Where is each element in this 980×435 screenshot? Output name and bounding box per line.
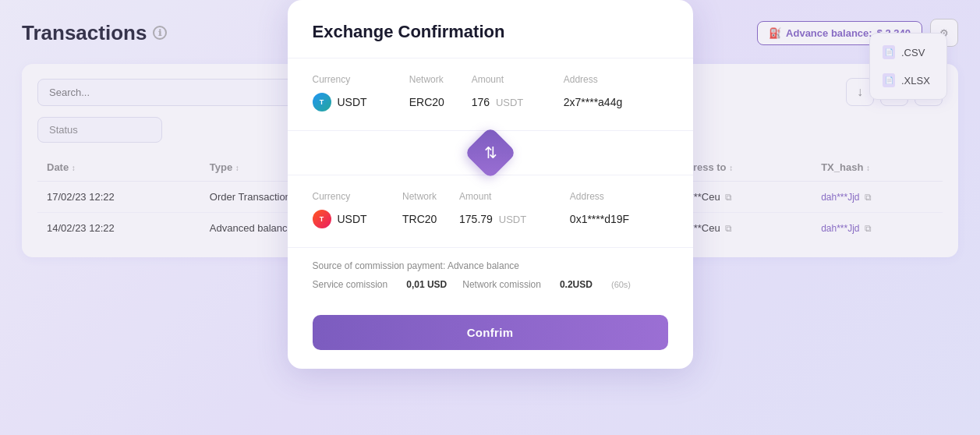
to-col-amount: Amount xyxy=(459,191,570,210)
col-currency: Currency xyxy=(313,74,409,93)
commission-row: Service comission 0,01 USD Network comis… xyxy=(313,279,668,290)
modal-title: Exchange Confirmation xyxy=(313,22,668,42)
to-currency-cell: T USDT xyxy=(313,210,402,232)
to-col-network: Network xyxy=(402,191,459,210)
exchange-diamond: ⇅ xyxy=(464,126,517,179)
from-table: Currency Network Amount Address T USDT xyxy=(313,74,668,115)
from-amount: 176 xyxy=(472,96,490,108)
commission-section: Source of commission payment: Advance ba… xyxy=(288,247,693,302)
commission-source-value: Advance balance xyxy=(448,260,519,271)
to-amount: 175.79 xyxy=(459,213,493,225)
from-amount-cell: 176 USDT xyxy=(472,93,564,115)
exchange-arrows-icon: ⇅ xyxy=(483,143,497,162)
usdt-to-icon: T xyxy=(313,210,331,228)
confirm-button[interactable]: Confrim xyxy=(313,315,668,350)
network-commission-value: 0.2USD xyxy=(560,279,593,290)
from-amount-unit: USDT xyxy=(496,97,523,108)
to-amount-unit: USDT xyxy=(499,214,526,225)
to-table: Currency Network Amount Address T USDT xyxy=(313,191,668,232)
network-commission-note: (60s) xyxy=(611,280,631,289)
to-network-cell: TRC20 xyxy=(402,210,459,232)
to-address-cell: 0x1****d19F xyxy=(570,210,668,232)
col-network: Network xyxy=(409,74,472,93)
commission-source: Source of commission payment: Advance ba… xyxy=(313,260,668,271)
from-currency-cell: T USDT xyxy=(313,93,409,115)
exchange-divider: ⇅ xyxy=(288,130,693,175)
col-amount: Amount xyxy=(472,74,564,93)
col-address: Address xyxy=(564,74,668,93)
to-col-address: Address xyxy=(570,191,668,210)
from-network-cell: ERC20 xyxy=(409,93,472,115)
network-commission-label: Network comission xyxy=(462,279,541,290)
to-amount-cell: 175.79 USDT xyxy=(459,210,570,232)
from-currency-name: USDT xyxy=(338,96,367,108)
confirm-section: Confrim xyxy=(288,302,693,369)
modal-header: Exchange Confirmation xyxy=(288,0,693,58)
commission-source-label: Source of commission payment: xyxy=(313,260,446,271)
modal-container: Exchange Confirmation Currency Network A… xyxy=(0,0,980,435)
to-col-currency: Currency xyxy=(313,191,402,210)
to-currency-name: USDT xyxy=(338,213,367,225)
exchange-confirmation-modal: Exchange Confirmation Currency Network A… xyxy=(288,0,693,369)
service-commission-label: Service comission xyxy=(313,279,388,290)
from-address-cell: 2x7****a44g xyxy=(564,93,668,115)
modal-from-section: Currency Network Amount Address T USDT xyxy=(288,58,693,130)
usdt-from-icon: T xyxy=(313,93,331,111)
modal-to-section: Currency Network Amount Address T USDT xyxy=(288,175,693,247)
service-commission-value: 0,01 USD xyxy=(406,279,447,290)
